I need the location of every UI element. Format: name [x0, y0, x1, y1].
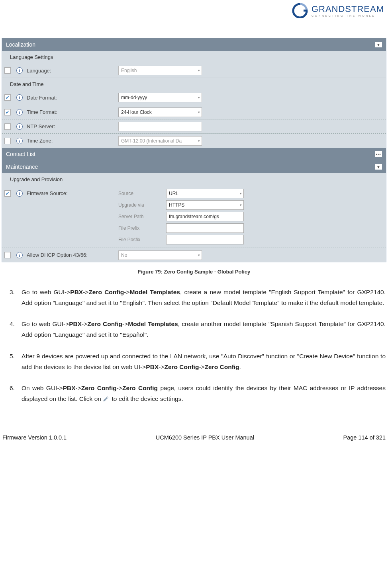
row-dhcp-option: i Allow DHCP Option 43/66: No ▾ — [2, 248, 386, 262]
label-timezone: Time Zone: — [27, 138, 118, 144]
select-value: English — [121, 68, 137, 73]
info-icon[interactable]: i — [16, 67, 23, 74]
info-icon[interactable]: i — [16, 94, 23, 101]
row-date-format: ✓ i Date Format: mm-dd-yyyy ▾ — [2, 90, 386, 105]
select-value: HTTPS — [169, 202, 184, 208]
label-language: Language: — [27, 68, 118, 74]
label-date-format: Date Format: — [27, 95, 118, 101]
chevron-down-icon: ▾ — [198, 110, 200, 114]
checkbox-dhcp[interactable] — [4, 252, 11, 258]
fw-prefix-label: File Prefix — [118, 225, 166, 231]
section-label: Localization — [6, 41, 35, 48]
input-fw-path[interactable]: fm.grandstream.com/gs — [166, 212, 244, 221]
section-localization[interactable]: Localization ▼ — [2, 38, 386, 51]
fw-path-label: Server Path — [118, 214, 166, 219]
chevron-down-icon: ▾ — [198, 253, 200, 257]
section-label: Contact List — [6, 151, 35, 157]
info-icon[interactable]: i — [16, 252, 23, 258]
input-fw-postfix[interactable] — [166, 235, 244, 244]
pencil-edit-icon — [103, 396, 110, 402]
info-icon[interactable]: i — [16, 190, 23, 197]
checkbox-firmware[interactable]: ✓ — [4, 190, 11, 197]
select-value: GMT-12:00 (International Da — [121, 138, 182, 144]
brand-tagline: CONNECTING THE WORLD — [312, 14, 384, 17]
select-value: No — [121, 252, 127, 258]
label-dhcp: Allow DHCP Option 43/66: — [27, 252, 118, 258]
page-footer: Firmware Version 1.0.0.1 UCM6200 Series … — [0, 414, 388, 445]
step-number: 3. — [10, 287, 22, 308]
row-ntp-server: i NTP Server: — [2, 119, 386, 133]
step-number: 5. — [10, 351, 22, 372]
collapse-icon[interactable]: ▼ — [375, 42, 382, 47]
svg-rect-0 — [304, 10, 308, 12]
checkbox-date-format[interactable]: ✓ — [4, 94, 11, 101]
step-text: Go to web GUI->PBX->Zero Config->Model T… — [22, 318, 386, 340]
select-dhcp[interactable]: No ▾ — [118, 250, 202, 260]
row-firmware-source: ✓ i Firmware Source: Source URL ▾ Upgrad… — [2, 186, 386, 248]
select-timezone[interactable]: GMT-12:00 (International Da ▾ — [118, 136, 202, 146]
select-fw-via[interactable]: HTTPS ▾ — [166, 200, 244, 210]
footer-title: UCM6200 Series IP PBX User Manual — [156, 434, 254, 441]
section-maintenance[interactable]: Maintenance ▼ — [2, 160, 386, 173]
select-language[interactable]: English ▾ — [118, 66, 202, 75]
select-value: URL — [169, 191, 178, 196]
brand-name: GRANDSTREAM — [312, 5, 384, 14]
figure-caption: Figure 79: Zero Config Sample - Global P… — [0, 269, 388, 275]
footer-page: Page 114 of 321 — [343, 434, 386, 441]
fw-prefix-row: File Prefix — [118, 223, 244, 233]
fw-source-label: Source — [118, 191, 166, 196]
step-number: 6. — [10, 383, 22, 404]
label-time-format: Time Format: — [27, 109, 118, 115]
step-text: On web GUI->PBX->Zero Config->Zero Confi… — [22, 383, 386, 404]
fw-postfix-label: File Posfix — [118, 237, 166, 242]
step-4: 4. Go to web GUI->PBX->Zero Config->Mode… — [10, 318, 386, 340]
row-time-format: ✓ i Time Format: 24-Hour Clock ▾ — [2, 105, 386, 119]
section-contact-list[interactable]: Contact List ••• — [2, 148, 386, 160]
page-header: GRANDSTREAM CONNECTING THE WORLD — [0, 0, 388, 20]
grandstream-logo-icon — [292, 3, 308, 18]
config-panel: Localization ▼ Language Settings i Langu… — [2, 38, 386, 262]
select-value: 24-Hour Clock — [121, 109, 152, 115]
chevron-down-icon: ▾ — [240, 203, 242, 207]
info-icon[interactable]: i — [16, 123, 23, 130]
row-language: i Language: English ▾ — [2, 63, 386, 78]
brand-text: GRANDSTREAM CONNECTING THE WORLD — [312, 5, 384, 17]
firmware-fields: Source URL ▾ Upgrade via HTTPS ▾ Server … — [118, 189, 244, 244]
checkbox-language[interactable] — [4, 67, 11, 74]
label-firmware: Firmware Source: — [27, 189, 118, 196]
fw-path-row: Server Path fm.grandstream.com/gs — [118, 212, 244, 221]
fw-via-row: Upgrade via HTTPS ▾ — [118, 200, 244, 210]
step-6: 6. On web GUI->PBX->Zero Config->Zero Co… — [10, 383, 386, 404]
step-3: 3. Go to web GUI->PBX->Zero Config->Mode… — [10, 287, 386, 308]
footer-firmware: Firmware Version 1.0.0.1 — [2, 434, 67, 441]
select-fw-source[interactable]: URL ▾ — [166, 189, 244, 198]
chevron-down-icon: ▾ — [198, 139, 200, 143]
section-label: Maintenance — [6, 164, 38, 170]
fw-source-row: Source URL ▾ — [118, 189, 244, 198]
select-date-format[interactable]: mm-dd-yyyy ▾ — [118, 93, 202, 102]
input-fw-prefix[interactable] — [166, 223, 244, 233]
chevron-down-icon: ▾ — [240, 191, 242, 195]
row-timezone: i Time Zone: GMT-12:00 (International Da… — [2, 133, 386, 148]
checkbox-timezone[interactable] — [4, 138, 11, 144]
step-text: Go to web GUI->PBX->Zero Config->Model T… — [22, 287, 386, 308]
info-icon[interactable]: i — [16, 109, 23, 115]
input-ntp[interactable] — [118, 122, 202, 131]
chevron-down-icon: ▾ — [198, 96, 200, 100]
heading-upgrade: Upgrade and Provision — [2, 173, 386, 186]
label-ntp: NTP Server: — [27, 123, 118, 129]
select-value: mm-dd-yyyy — [121, 95, 147, 100]
info-icon[interactable]: i — [16, 138, 23, 144]
checkbox-ntp[interactable] — [4, 123, 11, 130]
collapse-icon[interactable]: ▼ — [375, 164, 382, 170]
fw-via-label: Upgrade via — [118, 202, 166, 208]
chevron-down-icon: ▾ — [198, 68, 200, 72]
input-value: fm.grandstream.com/gs — [169, 214, 219, 219]
step-5: 5. After 9 devices are powered up and co… — [10, 351, 386, 372]
checkbox-time-format[interactable]: ✓ — [4, 109, 11, 115]
more-icon[interactable]: ••• — [375, 151, 382, 157]
heading-language-settings: Language Settings — [2, 51, 386, 63]
fw-postfix-row: File Posfix — [118, 235, 244, 244]
step-number: 4. — [10, 318, 22, 340]
select-time-format[interactable]: 24-Hour Clock ▾ — [118, 107, 202, 117]
